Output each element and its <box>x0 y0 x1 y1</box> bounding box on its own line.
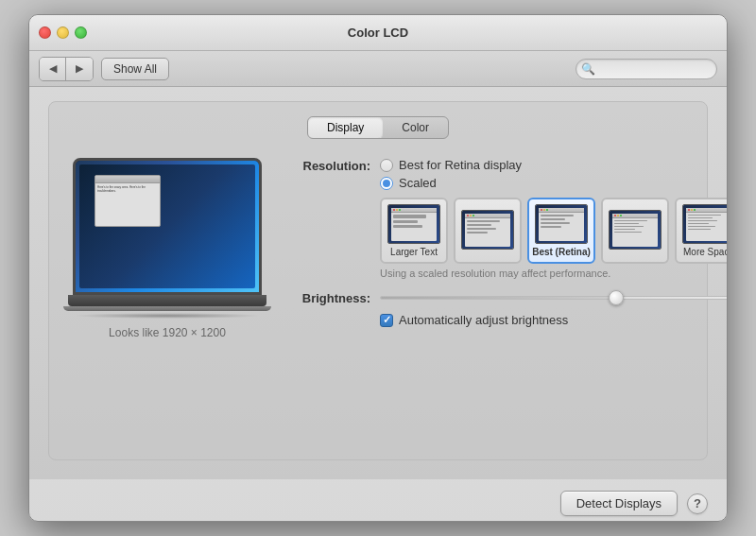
tabs-row: Display Color <box>68 116 688 139</box>
scale-screen-medium2 <box>609 210 662 250</box>
minimize-button[interactable] <box>57 26 69 39</box>
scale-screen-more <box>682 204 728 244</box>
content-area: Display Color Here's to the crazy <box>29 87 727 479</box>
scale-screen-medium1 <box>461 210 514 250</box>
search-icon: 🔍 <box>581 62 595 76</box>
laptop-image: Here's to the crazy ones. Here's to the … <box>73 158 262 295</box>
laptop-area: Here's to the crazy ones. Here's to the … <box>68 158 266 339</box>
toolbar: ◀ ▶ Show All 🔍 <box>29 51 727 87</box>
close-button[interactable] <box>39 26 51 39</box>
auto-brightness-checkbox-wrap[interactable]: ✓ Automatically adjust brightness <box>380 313 568 327</box>
search-box: 🔍 <box>576 59 717 79</box>
laptop-shadow <box>73 313 262 319</box>
main-area: Here's to the crazy ones. Here's to the … <box>68 158 688 339</box>
auto-brightness-label: Automatically adjust brightness <box>399 313 568 327</box>
scale-screen-larger <box>387 204 440 244</box>
brightness-thumb[interactable] <box>609 290 624 305</box>
auto-brightness-checkbox[interactable]: ✓ <box>380 314 393 327</box>
brightness-label: Brightness: <box>285 290 370 305</box>
laptop-base <box>68 295 266 306</box>
help-button[interactable]: ? <box>687 493 708 514</box>
resolution-row: Resolution: Best for Retina display Scal… <box>285 158 728 190</box>
radio-label-best-retina: Best for Retina display <box>399 158 522 172</box>
brightness-slider-container <box>380 291 728 304</box>
scale-card-medium2[interactable] <box>601 198 669 264</box>
brightness-fill <box>381 297 615 299</box>
scale-label-larger: Larger Text <box>390 247 438 257</box>
scale-card-more-space[interactable]: More Space <box>675 198 728 264</box>
screen-window: Here's to the crazy ones. Here's to the … <box>94 175 161 227</box>
detect-displays-button[interactable]: Detect Displays <box>560 491 678 516</box>
screen-window-content: Here's to the crazy ones. Here's to the … <box>95 183 160 195</box>
resolution-radio-group: Best for Retina display Scaled <box>380 158 522 190</box>
scale-card-medium1[interactable] <box>454 198 522 264</box>
forward-button[interactable]: ▶ <box>66 58 93 80</box>
scale-card-best-retina[interactable]: Best (Retina) <box>527 198 595 264</box>
radio-scaled[interactable]: Scaled <box>380 176 522 190</box>
scaled-options: Larger Text <box>380 198 728 264</box>
scale-label-best-retina: Best (Retina) <box>532 247 591 257</box>
tab-display[interactable]: Display <box>308 117 383 138</box>
tab-color[interactable]: Color <box>383 117 448 138</box>
scale-cards-wrapper: Larger Text <box>380 198 728 279</box>
laptop-subtitle: Looks like 1920 × 1200 <box>109 326 226 339</box>
brightness-row: Brightness: <box>285 290 728 305</box>
radio-circle-best-retina <box>380 159 393 172</box>
maximize-button[interactable] <box>75 26 87 39</box>
laptop-foot <box>63 306 271 311</box>
radio-label-scaled: Scaled <box>399 176 437 190</box>
laptop-screen: Here's to the crazy ones. Here's to the … <box>76 161 259 292</box>
window-title: Color LCD <box>348 26 408 40</box>
search-input[interactable] <box>576 59 717 79</box>
auto-brightness-row: ✓ Automatically adjust brightness <box>380 313 728 327</box>
scale-label-more-space: More Space <box>683 247 728 257</box>
traffic-lights <box>39 26 87 39</box>
inner-panel: Display Color Here's to the crazy <box>48 101 708 460</box>
resolution-label: Resolution: <box>285 158 370 173</box>
perf-note: Using a scaled resolution may affect per… <box>380 268 728 279</box>
radio-best-retina[interactable]: Best for Retina display <box>380 158 522 172</box>
radio-circle-scaled <box>380 177 393 190</box>
main-window: Color LCD ◀ ▶ Show All 🔍 Display Color <box>28 14 728 522</box>
show-all-button[interactable]: Show All <box>101 58 169 80</box>
tab-group: Display Color <box>307 116 449 139</box>
scale-card-larger-text[interactable]: Larger Text <box>380 198 448 264</box>
settings-area: Resolution: Best for Retina display Scal… <box>285 158 728 339</box>
titlebar: Color LCD <box>29 15 727 51</box>
scale-screen-best <box>535 204 588 244</box>
back-button[interactable]: ◀ <box>40 58 66 80</box>
screen-window-bar <box>95 176 160 183</box>
nav-buttons: ◀ ▶ <box>39 57 94 81</box>
footer: Detect Displays ? <box>29 479 727 521</box>
brightness-track <box>380 296 728 300</box>
